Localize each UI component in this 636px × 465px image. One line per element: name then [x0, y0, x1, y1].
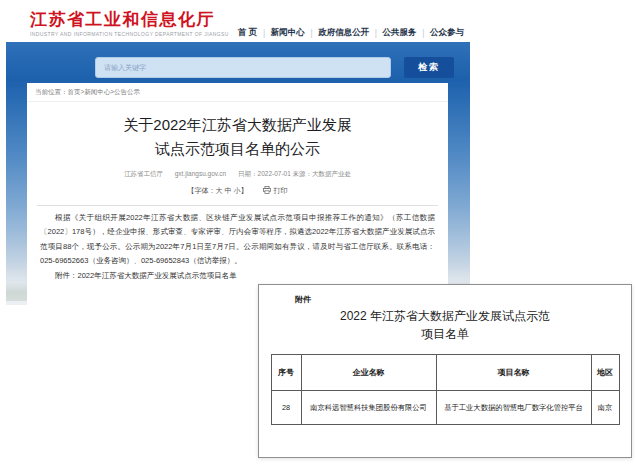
article-paragraph: 根据《关于组织开展2022年江苏省大数据、区块链产业发展试点示范项目申报推荐工作… — [40, 211, 435, 268]
article-body: 根据《关于组织开展2022年江苏省大数据、区块链产业发展试点示范项目申报推荐工作… — [27, 206, 448, 283]
table-header-row: 序号 企业名称 项目名称 地区 — [271, 355, 619, 391]
article-title-line2: 试点示范项目名单的公示 — [27, 137, 448, 161]
article-card: 当前位置：首页>新闻中心>公告公示 关于2022年江苏省大数据产业发展 试点示范… — [27, 83, 448, 305]
table-cell-company: 南京科远智慧科技集团股份有限公司 — [301, 391, 436, 425]
nav-separator: | — [263, 28, 265, 38]
nav-separator: | — [422, 28, 424, 38]
printer-icon — [263, 186, 271, 194]
attachment-title: 2022 年江苏省大数据产业发展试点示范 项目名单 — [259, 308, 631, 343]
attachment-overlay: 附件 2022 年江苏省大数据产业发展试点示范 项目名单 序号 企业名称 项目名… — [258, 284, 632, 458]
nav-item-home[interactable]: 首 页 — [238, 27, 257, 39]
article-meta-org: 江苏省工信厅 — [124, 170, 163, 177]
font-size-tools: 【字体：大 中 小】 打印 — [27, 186, 448, 196]
site-logo-subtitle: INDUSTRY AND INFORMATION TECHNOLOGY DEPA… — [30, 31, 229, 37]
search-input[interactable] — [95, 57, 391, 78]
site-logo-title: 江苏省工业和信息化厅 — [30, 10, 229, 29]
nav-item-gov-info[interactable]: 政府信息公开 — [318, 27, 369, 39]
table-header-project: 项目名称 — [436, 355, 591, 391]
article-meta: 江苏省工信厅 gxt.jiangsu.gov.cn 日期：2022-07-01 … — [27, 170, 448, 179]
print-button[interactable]: 打印 — [263, 187, 287, 194]
article-title-line1: 关于2022年江苏省大数据产业发展 — [27, 113, 448, 137]
attachment-title-line2: 项目名单 — [259, 326, 631, 344]
page: 江苏省工业和信息化厅 INDUSTRY AND INFORMATION TECH… — [0, 0, 636, 465]
article-meta-domain: gxt.jiangsu.gov.cn — [175, 170, 227, 177]
table-cell-project: 基于工业大数据的智慧电厂数字化管控平台 — [436, 391, 591, 425]
attachment-title-line1: 2022 年江苏省大数据产业发展试点示范 — [259, 308, 631, 326]
table-header-company: 企业名称 — [301, 355, 436, 391]
table-header-region: 地区 — [591, 355, 619, 391]
search-button[interactable]: 检索 — [404, 57, 454, 78]
site-logo[interactable]: 江苏省工业和信息化厅 INDUSTRY AND INFORMATION TECH… — [30, 10, 229, 37]
article-attachment-link[interactable]: 附件：2022年江苏省大数据产业发展试点示范项目名单 — [40, 269, 435, 283]
nav-item-participation[interactable]: 公众参与 — [430, 27, 464, 39]
nav-separator: | — [375, 28, 377, 38]
table-cell-region: 南京 — [591, 391, 619, 425]
table-header-no: 序号 — [271, 355, 301, 391]
nav-item-news[interactable]: 新闻中心 — [271, 27, 305, 39]
breadcrumb[interactable]: 当前位置：首页>新闻中心>公告公示 — [27, 83, 448, 102]
print-label: 打印 — [273, 187, 287, 194]
nav-item-public-service[interactable]: 公共服务 — [383, 27, 417, 39]
project-table: 序号 企业名称 项目名称 地区 28 南京科远智慧科技集团股份有限公司 基于工业… — [271, 354, 620, 425]
table-cell-no: 28 — [271, 391, 301, 425]
font-size-selector[interactable]: 【字体：大 中 小】 — [188, 187, 248, 194]
nav-separator: | — [310, 28, 312, 38]
table-row: 28 南京科远智慧科技集团股份有限公司 基于工业大数据的智慧电厂数字化管控平台 … — [271, 391, 619, 425]
article-meta-date: 日期：2022-07-01 来源：大数据产业处 — [238, 170, 351, 177]
top-nav: 首 页 | 新闻中心 | 政府信息公开 | 公共服务 | 公众参与 — [238, 27, 464, 39]
article-title: 关于2022年江苏省大数据产业发展 试点示范项目名单的公示 — [27, 113, 448, 161]
attachment-label: 附件 — [295, 294, 631, 305]
